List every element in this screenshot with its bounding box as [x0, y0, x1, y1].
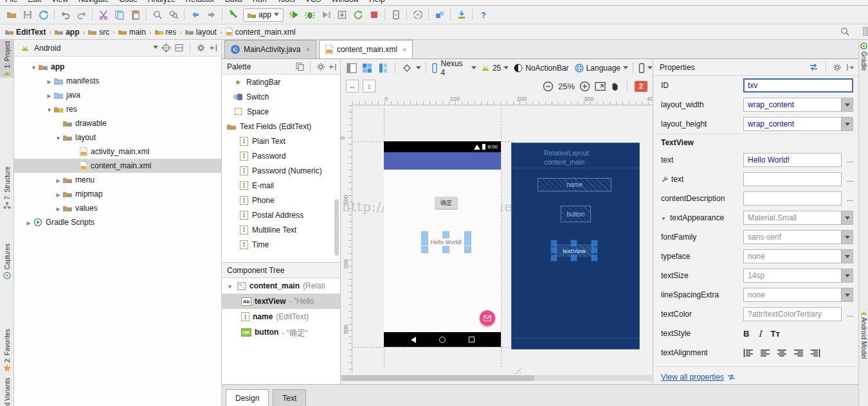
component-item-button[interactable]: button - "确定"	[222, 324, 340, 340]
both-mode-icon[interactable]	[361, 61, 375, 75]
layout-width-select[interactable]: wrap_content	[743, 98, 853, 112]
gear-icon[interactable]	[196, 43, 206, 53]
blueprint-selected-textview[interactable]: textView	[554, 244, 594, 257]
palette-scrollbar[interactable]	[334, 199, 339, 256]
blueprint-mode-icon[interactable]	[376, 61, 390, 75]
cut-icon[interactable]	[95, 7, 111, 23]
tab-content-main[interactable]: content_main.xml	[319, 40, 413, 58]
palette-item-password[interactable]: Password	[222, 148, 340, 163]
text-color-input[interactable]: ?attr/textColorTertiary	[743, 307, 842, 321]
breadcrumb-res[interactable]: res	[154, 28, 178, 37]
chevron-down-icon[interactable]	[471, 63, 476, 74]
chevron-down-icon[interactable]	[623, 63, 628, 74]
language-selector[interactable]: Language	[586, 64, 620, 73]
content-description-input[interactable]	[743, 191, 842, 206]
zoom-fit-icon[interactable]	[595, 82, 606, 91]
font-family-select[interactable]: sans-serif	[743, 230, 853, 244]
design-preview[interactable]: 6:00 确定 Hello World!	[384, 141, 501, 347]
expand-arrow-icon[interactable]	[24, 218, 33, 227]
tool-button-android-model[interactable]: Android Model	[859, 308, 868, 360]
undo-icon[interactable]	[57, 7, 73, 23]
collapse-all-icon[interactable]	[174, 43, 184, 53]
text-input[interactable]: Hello World!	[743, 153, 842, 167]
canvas-horizontal-scrollbar[interactable]	[341, 375, 652, 381]
allcaps-toggle[interactable]: Tт	[771, 329, 780, 339]
palette-item-phone[interactable]: Phone	[222, 193, 340, 207]
expand-arrow-icon[interactable]	[226, 281, 234, 290]
menu-code[interactable]: Code	[114, 0, 143, 6]
expand-arrow-icon[interactable]	[30, 62, 38, 71]
ellipsis-button[interactable]: ...	[842, 175, 853, 184]
tree-item-activity-main[interactable]: activity_main.xml	[14, 145, 221, 159]
blueprint-edittext[interactable]: name	[538, 178, 611, 191]
menu-analyze[interactable]: Analyze	[143, 0, 181, 6]
tree-item-res[interactable]: res	[14, 102, 221, 116]
palette-item-email[interactable]: E-mail	[222, 178, 340, 193]
tab-design[interactable]: Design	[226, 389, 269, 406]
run-icon[interactable]	[285, 7, 302, 23]
tree-item-drawable[interactable]: drawable	[14, 116, 221, 130]
collapse-arrow-icon[interactable]	[661, 213, 667, 222]
tree-item-java[interactable]: java	[14, 88, 221, 102]
expand-arrow-icon[interactable]	[54, 133, 62, 142]
gear-icon[interactable]	[316, 62, 325, 71]
layout-height-select[interactable]: wrap_content	[743, 117, 853, 131]
tool-button-project[interactable]: 1: Project	[0, 40, 14, 78]
ellipsis-button[interactable]: ...	[842, 155, 853, 164]
api-level-selector[interactable]: 25	[493, 64, 501, 73]
search-icon[interactable]	[149, 7, 165, 23]
chevron-down-icon[interactable]	[153, 42, 158, 53]
tree-item-values[interactable]: values	[14, 201, 221, 215]
save-icon[interactable]	[19, 7, 35, 23]
breadcrumb-project[interactable]: EditText	[4, 28, 47, 37]
palette-section-text-fields[interactable]: Text Fields (EditText)	[222, 119, 340, 134]
component-item-name[interactable]: name (EditText)	[222, 309, 340, 324]
tree-item-content-main[interactable]: content_main.xml	[14, 159, 221, 173]
typeface-select[interactable]: none	[743, 249, 853, 263]
avd-manager-icon[interactable]	[388, 7, 404, 23]
align-right-icon[interactable]	[793, 349, 804, 357]
palette-item-password-numeric[interactable]: Password (Numeric)	[222, 163, 340, 178]
menu-vcs[interactable]: VCS	[300, 0, 327, 6]
expand-arrow-icon[interactable]	[45, 91, 53, 100]
zoom-out-icon[interactable]	[543, 81, 554, 92]
ellipsis-button[interactable]: ...	[842, 310, 853, 319]
back-icon[interactable]	[187, 7, 203, 23]
tool-button-captures[interactable]: Captures	[0, 242, 14, 281]
breadcrumb-layout[interactable]: layout	[184, 28, 218, 37]
design-mode-icon[interactable]	[345, 61, 359, 75]
design-text-input[interactable]	[743, 172, 842, 186]
line-spacing-select[interactable]: none	[743, 288, 853, 302]
ellipsis-button[interactable]: ...	[842, 194, 853, 203]
align-start-icon[interactable]	[743, 349, 754, 357]
blueprint-button[interactable]: button	[561, 206, 591, 222]
component-item-textview[interactable]: textView - "Hello	[222, 294, 340, 309]
italic-toggle[interactable]: I	[758, 329, 761, 339]
id-input[interactable]: txv	[743, 78, 853, 93]
paste-icon[interactable]	[127, 7, 143, 23]
gear-icon[interactable]	[833, 63, 842, 72]
match-width-icon[interactable]	[346, 80, 359, 93]
run-config-selector[interactable]: app	[243, 8, 284, 22]
menu-edit[interactable]: Edit	[23, 0, 46, 6]
expand-arrow-icon[interactable]	[54, 175, 62, 184]
orientation-icon[interactable]	[400, 61, 414, 75]
error-count-badge[interactable]: 2	[635, 81, 647, 92]
forward-icon[interactable]	[203, 7, 219, 23]
align-end-icon[interactable]	[810, 349, 820, 357]
design-canvas[interactable]: 0 100 200 300 40 0 100 200 300 http://bl…	[341, 95, 653, 374]
menu-run[interactable]: Run	[248, 0, 272, 6]
tree-item-mipmap[interactable]: mipmap	[14, 187, 221, 201]
blueprint-preview[interactable]: RelativeLayout content_main name button …	[511, 143, 640, 349]
view-all-properties-link[interactable]: View all properties	[661, 373, 724, 382]
expand-arrow-icon[interactable]	[54, 204, 62, 213]
sync-gradle-icon[interactable]	[410, 7, 426, 23]
bold-toggle[interactable]: B	[743, 329, 749, 339]
open-icon[interactable]	[3, 7, 19, 23]
run-coverage-icon[interactable]	[318, 7, 334, 23]
attach-debugger-icon[interactable]	[334, 7, 350, 23]
menu-build[interactable]: Build	[220, 0, 248, 6]
menu-file[interactable]: File	[0, 0, 23, 6]
palette-item-postal-address[interactable]: Postal Address	[222, 207, 340, 222]
palette-item-space[interactable]: Space	[222, 104, 340, 119]
